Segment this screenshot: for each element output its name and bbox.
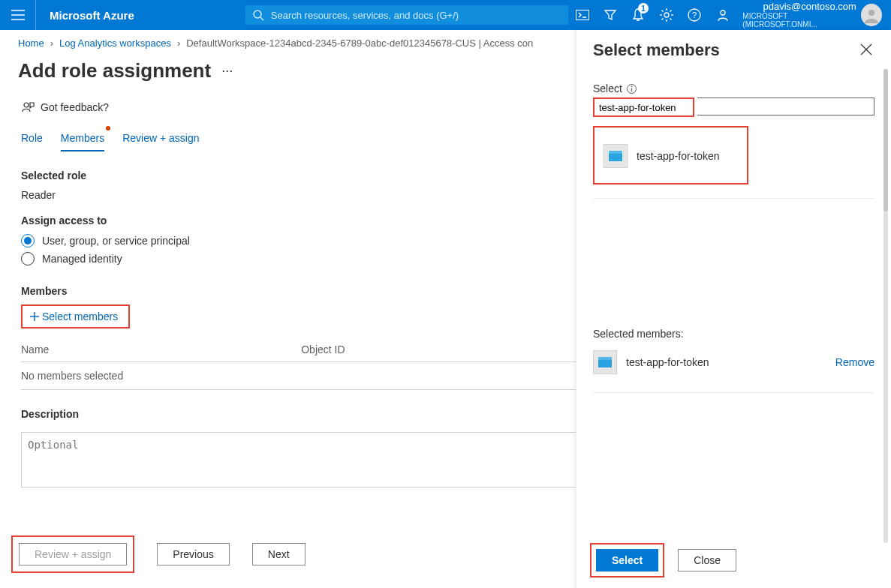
- page-title: Add role assignment: [18, 59, 211, 82]
- breadcrumb-separator: ›: [50, 38, 53, 49]
- user-email: pdavis@contoso.com: [763, 2, 856, 12]
- tab-role[interactable]: Role: [21, 128, 43, 152]
- panel-close-button[interactable]: [858, 41, 874, 60]
- directory-filter-button[interactable]: [596, 0, 624, 30]
- user-tenant: MICROSOFT (MICROSOFT.ONMI...: [742, 12, 856, 28]
- help-button[interactable]: ?: [681, 0, 709, 30]
- previous-button[interactable]: Previous: [157, 543, 229, 566]
- breadcrumb-current: DefaultWorkspace-1234abcd-2345-6789-0abc…: [186, 38, 533, 49]
- svg-point-20: [721, 10, 725, 15]
- select-label: Select: [593, 82, 874, 94]
- highlight-search-result: test-app-for-token: [593, 126, 748, 184]
- highlight-select-members: Select members: [21, 304, 130, 328]
- select-members-label: Select members: [42, 310, 118, 322]
- scrollbar-thumb[interactable]: [883, 69, 888, 212]
- feedback-button[interactable]: [709, 0, 736, 30]
- app-icon: [593, 350, 617, 374]
- app-icon: [604, 144, 628, 168]
- settings-button[interactable]: [652, 0, 680, 30]
- avatar-icon: [863, 7, 880, 23]
- tab-members[interactable]: Members: [61, 128, 104, 152]
- review-assign-button[interactable]: Review + assign: [19, 543, 127, 566]
- highlight-select-button: Select: [590, 543, 664, 578]
- plus-icon: [30, 312, 39, 321]
- panel-scrollbar[interactable]: [883, 69, 888, 543]
- gear-icon: [660, 8, 673, 22]
- info-icon[interactable]: [627, 84, 637, 94]
- next-button[interactable]: Next: [252, 543, 306, 566]
- svg-line-14: [661, 10, 663, 12]
- svg-line-17: [670, 10, 671, 12]
- svg-line-4: [260, 17, 263, 20]
- main-menu-button[interactable]: [0, 0, 36, 30]
- topbar-right: 1 ? pdavis@contoso.com MICROSOFT (MICROS…: [568, 0, 891, 30]
- remove-member-link[interactable]: Remove: [835, 356, 874, 368]
- search-icon: [253, 10, 263, 20]
- select-members-panel: Select members Select test-app-for-token: [576, 30, 891, 588]
- svg-point-3: [254, 10, 261, 18]
- svg-point-9: [664, 13, 669, 17]
- topbar: Microsoft Azure 1 ? pdavis@contoso.com M…: [0, 0, 891, 30]
- notifications-button[interactable]: 1: [625, 0, 652, 30]
- cloud-shell-icon: [576, 10, 589, 20]
- tab-members-label: Members: [61, 132, 104, 144]
- feedback-label: Got feedback?: [41, 101, 109, 113]
- breadcrumb-separator: ›: [177, 38, 180, 49]
- feedback-person-icon: [716, 8, 730, 22]
- tab-review[interactable]: Review + assign: [122, 128, 199, 152]
- notification-count-badge: 1: [638, 3, 649, 14]
- divider: [593, 392, 874, 393]
- panel-title: Select members: [593, 40, 720, 60]
- page-more-button[interactable]: ···: [221, 63, 233, 79]
- feedback-icon: [21, 100, 35, 114]
- svg-line-16: [661, 19, 663, 20]
- radio-user-label: User, group, or service principal: [42, 235, 190, 247]
- cloud-shell-button[interactable]: [568, 0, 596, 30]
- help-icon: ?: [688, 8, 701, 22]
- select-members-link[interactable]: Select members: [26, 308, 122, 326]
- radio-icon: [21, 252, 35, 266]
- selected-member-row: test-app-for-token Remove: [593, 346, 874, 379]
- col-object-id: Object ID: [301, 338, 581, 362]
- divider: [593, 198, 874, 199]
- svg-point-22: [24, 103, 29, 107]
- svg-point-21: [868, 10, 874, 16]
- svg-marker-7: [605, 10, 616, 20]
- col-name: Name: [21, 338, 301, 362]
- hamburger-icon: [11, 10, 25, 20]
- svg-point-29: [631, 86, 633, 87]
- topbar-left: Microsoft Azure: [0, 0, 148, 30]
- search-result-item[interactable]: test-app-for-token: [599, 140, 724, 172]
- user-avatar[interactable]: [861, 4, 882, 26]
- dirty-indicator-icon: [106, 126, 110, 130]
- svg-text:?: ?: [692, 10, 697, 20]
- filter-icon: [604, 9, 616, 21]
- close-icon: [861, 44, 871, 55]
- user-info[interactable]: pdavis@contoso.com MICROSOFT (MICROSOFT.…: [742, 2, 856, 28]
- selected-members-label: Selected members:: [593, 328, 874, 340]
- search-result-name: test-app-for-token: [637, 150, 720, 162]
- member-search-input[interactable]: [595, 99, 693, 116]
- global-search[interactable]: [245, 5, 568, 25]
- panel-footer: Select Close: [576, 532, 891, 588]
- brand-label[interactable]: Microsoft Azure: [50, 9, 134, 22]
- highlight-review-assign: Review + assign: [11, 536, 134, 573]
- breadcrumb-workspaces[interactable]: Log Analytics workspaces: [59, 38, 171, 49]
- radio-icon: [21, 234, 35, 248]
- breadcrumb-home[interactable]: Home: [18, 38, 44, 49]
- highlight-search-input: [593, 98, 694, 117]
- selected-member-name: test-app-for-token: [626, 356, 709, 368]
- global-search-input[interactable]: [269, 9, 561, 22]
- footer-bar: Review + assign Previous Next: [11, 536, 306, 573]
- svg-rect-5: [576, 10, 588, 20]
- svg-line-15: [670, 19, 671, 20]
- panel-select-button[interactable]: Select: [596, 549, 658, 572]
- select-label-text: Select: [593, 82, 622, 94]
- radio-mi-label: Managed identity: [42, 253, 122, 265]
- panel-close-footer-button[interactable]: Close: [678, 549, 736, 572]
